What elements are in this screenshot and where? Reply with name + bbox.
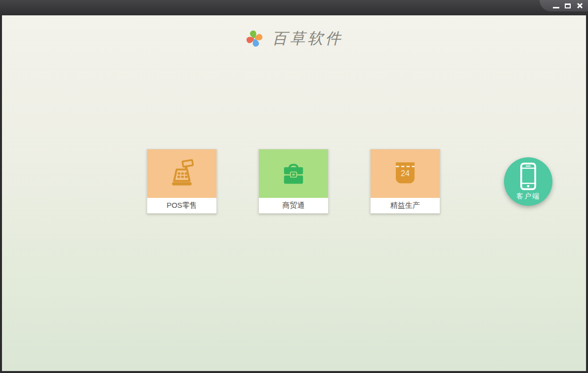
close-icon xyxy=(577,2,583,9)
maximize-button[interactable] xyxy=(564,2,572,10)
pinwheel-logo-icon xyxy=(245,29,264,48)
main-window: 百草软件 POS零售 xyxy=(2,15,586,371)
pos-card-label: POS零售 xyxy=(147,198,216,213)
app-header: 百草软件 xyxy=(2,28,586,49)
trade-tile xyxy=(259,149,328,198)
trade-card-label: 商贸通 xyxy=(259,198,328,213)
product-card-trade[interactable]: 商贸通 xyxy=(258,149,329,214)
app-title: 百草软件 xyxy=(272,28,343,49)
client-button-label: 客户端 xyxy=(516,192,540,201)
maximize-icon xyxy=(565,3,571,8)
window-controls xyxy=(540,0,588,11)
calendar-day-number: 24 xyxy=(401,169,410,178)
lean-tile: 24 xyxy=(371,149,440,198)
product-card-lean[interactable]: 24 精益生产 xyxy=(370,149,440,214)
lean-card-label: 精益生产 xyxy=(371,198,440,213)
close-button[interactable] xyxy=(576,2,584,10)
minimize-button[interactable] xyxy=(552,2,560,10)
pos-tile xyxy=(147,149,216,198)
product-card-pos[interactable]: POS零售 xyxy=(147,149,217,214)
briefcase-icon xyxy=(278,158,309,189)
smartphone-icon xyxy=(520,162,537,190)
client-button[interactable]: 客户端 xyxy=(504,157,552,206)
minimize-icon xyxy=(553,7,559,8)
calendar-icon: 24 xyxy=(392,160,419,187)
title-bar xyxy=(0,0,588,15)
cash-register-icon xyxy=(166,158,198,189)
